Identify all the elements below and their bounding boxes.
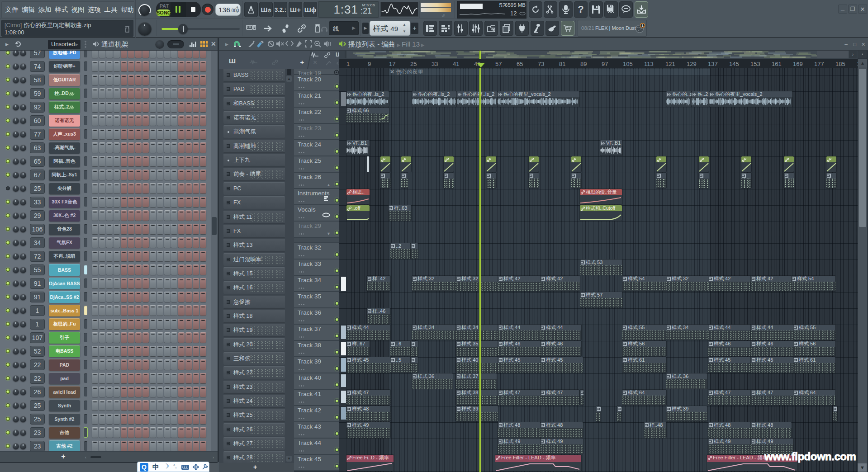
svg-text:1: 1 <box>641 24 643 28</box>
